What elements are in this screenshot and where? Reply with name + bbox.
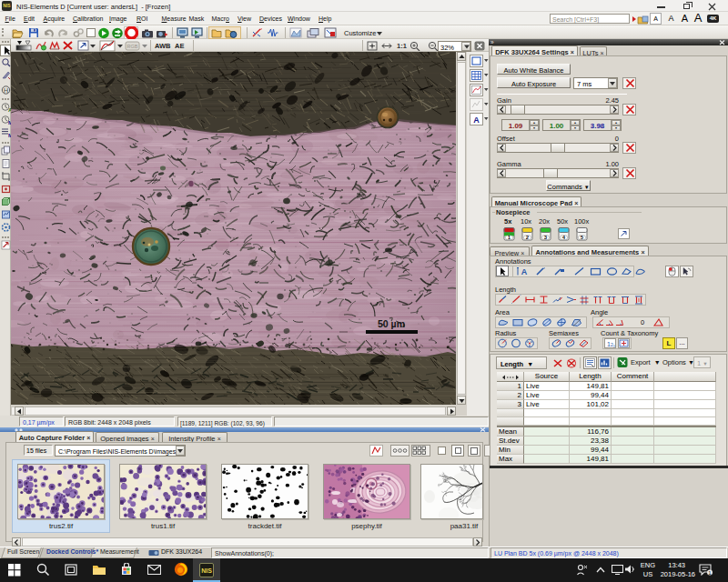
svg-text:12₃: 12₃	[607, 341, 615, 347]
svg-text:A: A	[473, 115, 480, 125]
svg-text:A: A	[521, 267, 528, 276]
svg-text:H: H	[3, 87, 7, 94]
svg-text:RGB: RGB	[127, 44, 138, 49]
svg-text:50 µm: 50 µm	[378, 318, 405, 329]
